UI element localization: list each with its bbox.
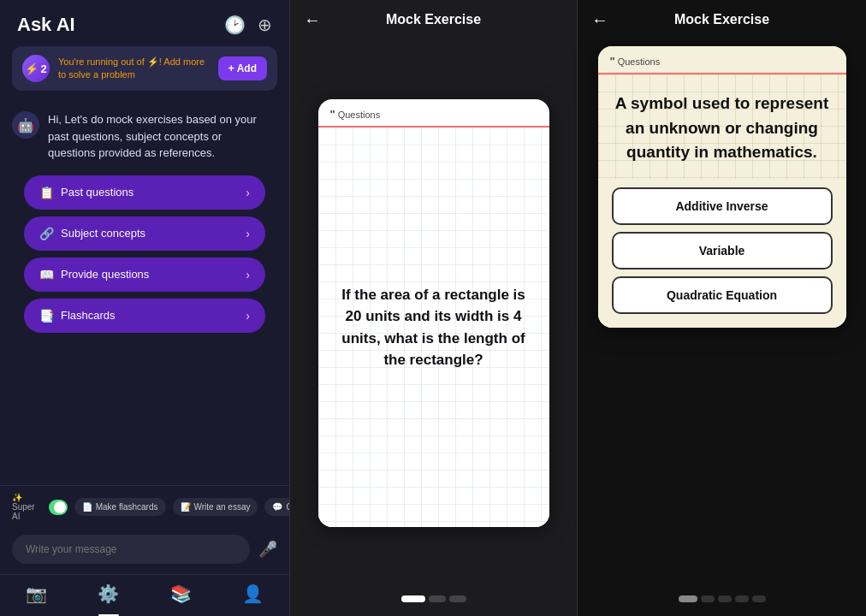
past-questions-button[interactable]: 📋 Past questions ›	[24, 175, 265, 210]
provide-questions-button[interactable]: 📖 Provide questions ›	[24, 258, 265, 292]
past-questions-label: Past questions	[61, 186, 133, 198]
chevron-right-icon-4: ›	[246, 309, 250, 323]
middle-panel-title: Mock Exercise	[386, 12, 481, 27]
quote-icon: "	[330, 108, 335, 121]
subject-concepts-button[interactable]: 🔗 Subject concepts ›	[24, 216, 265, 251]
right-pagination-dot-5[interactable]	[752, 595, 766, 602]
bottom-nav: 📷 ⚙️ 📚 👤	[0, 574, 289, 616]
write-essay-chip[interactable]: 📝 Write an essay	[173, 498, 258, 516]
middle-flashcard: " Questions If the area of a rectangle i…	[318, 99, 549, 527]
nav-profile[interactable]: 👤	[242, 583, 264, 604]
middle-card-container: " Questions If the area of a rectangle i…	[290, 39, 577, 587]
alert-bar: ⚡ 2 You're running out of ⚡! Add more to…	[12, 46, 277, 91]
answer-quadratic-equation[interactable]: Quadratic Equation	[612, 276, 833, 314]
alert-text-start: You're running out of	[58, 56, 147, 67]
flashcard-label: " Questions	[330, 108, 537, 121]
right-card-container: " Questions A symbol used to represent a…	[578, 39, 866, 587]
energy-icon-inline: ⚡	[147, 56, 159, 67]
flashcard-body: If the area of a rectangle is 20 units a…	[318, 127, 549, 527]
right-flashcard-body: A symbol used to represent an unknown or…	[598, 74, 846, 179]
pagination-dot-3[interactable]	[449, 595, 466, 602]
make-flashcards-emoji: 📄	[82, 502, 92, 512]
add-circle-icon[interactable]: ⊕	[258, 15, 272, 35]
chevron-right-icon: ›	[246, 186, 250, 199]
ai-bubble-text: Hi, Let's do mock exercises based on you…	[48, 111, 262, 162]
right-panel-title: Mock Exercise	[674, 12, 769, 27]
right-back-button[interactable]: ←	[591, 10, 608, 30]
middle-back-button[interactable]: ←	[304, 10, 321, 30]
app-title: Ask AI	[17, 14, 75, 36]
chevron-right-icon-3: ›	[246, 268, 250, 281]
toggle-track[interactable]	[49, 500, 68, 515]
chevron-right-icon-2: ›	[246, 227, 250, 240]
right-pagination-dot-1[interactable]	[679, 595, 697, 602]
right-flashcard: " Questions A symbol used to represent a…	[598, 46, 846, 328]
right-pagination	[578, 587, 866, 616]
history-icon[interactable]: 🕑	[224, 15, 246, 35]
right-flashcard-label: " Questions	[610, 55, 834, 68]
provide-questions-icon: 📖	[39, 268, 54, 281]
left-header: Ask AI 🕑 ⊕	[0, 0, 289, 46]
flashcards-label: Flashcards	[61, 309, 116, 322]
answer-variable[interactable]: Variable	[612, 232, 833, 270]
menu-buttons: 📋 Past questions › 🔗 Subject concepts › …	[12, 175, 277, 333]
mic-icon[interactable]: 🎤	[258, 540, 277, 559]
middle-panel: ← Mock Exercise " Questions If the area …	[289, 0, 578, 616]
message-input-row: 🎤	[0, 528, 289, 574]
badge-number: 2	[40, 62, 46, 75]
right-pagination-dot-4[interactable]	[735, 595, 749, 602]
right-panel: ← Mock Exercise " Questions A symbol use…	[578, 0, 866, 616]
pagination-dot-1[interactable]	[401, 595, 425, 602]
super-ai-toggle[interactable]: ✨ Super AI	[12, 493, 68, 521]
make-flashcards-chip[interactable]: 📄 Make flashcards	[74, 498, 166, 516]
right-flashcard-definition: A symbol used to represent an unknown or…	[614, 92, 831, 165]
header-icons: 🕑 ⊕	[224, 15, 272, 35]
toggle-thumb	[54, 501, 66, 513]
flashcard-label-text: Questions	[338, 110, 381, 120]
make-flashcards-label: Make flashcards	[96, 502, 158, 512]
past-questions-icon: 📋	[39, 186, 54, 199]
add-energy-button[interactable]: + Add	[218, 56, 267, 80]
nav-settings[interactable]: ⚙️	[98, 583, 119, 604]
right-pagination-dot-3[interactable]	[718, 595, 732, 602]
chat-emoji: 💬	[272, 502, 282, 512]
subject-concepts-icon: 🔗	[39, 227, 54, 240]
middle-pagination	[290, 587, 577, 616]
subject-concepts-label: Subject concepts	[61, 227, 145, 240]
right-flashcard-label-text: Questions	[618, 56, 661, 67]
ai-message: 🤖 Hi, Let's do mock exercises based on y…	[12, 111, 277, 162]
flashcards-button[interactable]: 📑 Flashcards ›	[24, 299, 265, 333]
energy-badge: ⚡ 2	[22, 55, 50, 82]
alert-text: You're running out of ⚡! Add more to sol…	[58, 56, 210, 82]
super-ai-label: ✨ Super AI	[12, 493, 44, 521]
write-essay-emoji: 📝	[181, 502, 191, 512]
books-icon: 📚	[170, 583, 192, 604]
right-panel-header: ← Mock Exercise	[578, 0, 866, 39]
flashcard-header: " Questions	[318, 99, 549, 127]
right-quote-icon: "	[610, 55, 615, 68]
left-panel: Ask AI 🕑 ⊕ ⚡ 2 You're running out of ⚡! …	[0, 0, 289, 616]
energy-icon: ⚡	[25, 62, 39, 75]
ai-avatar: 🤖	[12, 111, 39, 139]
provide-questions-label: Provide questions	[61, 268, 149, 281]
answer-options: Additive Inverse Variable Quadratic Equa…	[598, 179, 846, 328]
chat-area: 🤖 Hi, Let's do mock exercises based on y…	[0, 101, 289, 485]
flashcards-icon: 📑	[39, 309, 54, 323]
answer-additive-inverse[interactable]: Additive Inverse	[612, 187, 833, 225]
user-icon: 👤	[242, 583, 264, 604]
nav-camera[interactable]: 📷	[26, 583, 47, 604]
flashcard-question: If the area of a rectangle is 20 units a…	[335, 284, 532, 371]
camera-icon: 📷	[26, 583, 47, 604]
message-input[interactable]	[12, 535, 250, 564]
pagination-dot-2[interactable]	[429, 595, 446, 602]
gear-icon: ⚙️	[98, 583, 119, 604]
nav-library[interactable]: 📚	[170, 583, 192, 604]
bottom-toolbar: ✨ Super AI 📄 Make flashcards 📝 Write an …	[0, 485, 289, 528]
write-essay-label: Write an essay	[194, 502, 251, 512]
right-pagination-dot-2[interactable]	[701, 595, 715, 602]
middle-panel-header: ← Mock Exercise	[290, 0, 577, 39]
right-flashcard-header: " Questions	[598, 46, 846, 74]
